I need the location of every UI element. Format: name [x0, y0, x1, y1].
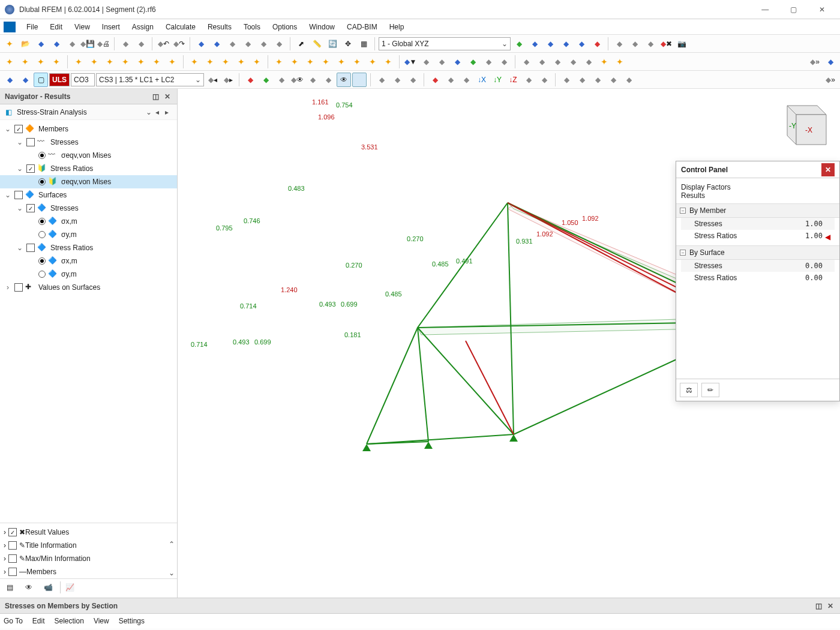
- tree-item[interactable]: 🔷σx,m: [0, 215, 177, 228]
- xxx2-icon[interactable]: [352, 73, 367, 87]
- t2-16-icon[interactable]: [250, 55, 264, 69]
- panel-pin-icon[interactable]: ◫: [151, 92, 160, 101]
- t2-5-icon[interactable]: [71, 55, 86, 69]
- save-icon[interactable]: 💾: [80, 37, 95, 51]
- tree-item[interactable]: 🔷σx,m: [0, 254, 177, 268]
- t2-22-icon[interactable]: [350, 55, 364, 69]
- results-pin-icon[interactable]: ◫: [814, 601, 823, 611]
- combo-select[interactable]: CO3: [71, 73, 95, 86]
- anim4-icon[interactable]: [606, 73, 620, 87]
- t2-15-icon[interactable]: [234, 55, 248, 69]
- cube-icon[interactable]: [481, 55, 496, 69]
- line6-icon[interactable]: [597, 55, 611, 69]
- rmenu-goto[interactable]: Go To: [4, 617, 23, 625]
- box1-icon[interactable]: [419, 55, 433, 69]
- gflag-icon[interactable]: [259, 73, 273, 87]
- t2-17-icon[interactable]: [272, 55, 286, 69]
- tree-item[interactable]: ⌄🔷Stress Ratios: [0, 241, 177, 254]
- palette-icon[interactable]: [823, 55, 838, 69]
- t2-21-icon[interactable]: [334, 55, 349, 69]
- t2-19-icon[interactable]: [303, 55, 317, 69]
- redo-icon[interactable]: ↷: [172, 37, 186, 51]
- overflow2-icon[interactable]: »: [823, 73, 838, 87]
- anim3-icon[interactable]: [590, 73, 605, 87]
- rmenu-edit[interactable]: Edit: [32, 617, 45, 625]
- cp-legend-icon[interactable]: ✏: [701, 383, 719, 397]
- t2-12-icon[interactable]: [187, 55, 202, 69]
- axis3-icon[interactable]: [543, 37, 557, 51]
- lb-3-icon[interactable]: ▢: [34, 73, 48, 87]
- menu-tools[interactable]: Tools: [238, 23, 266, 31]
- table4-icon[interactable]: [272, 37, 286, 51]
- close-button[interactable]: ✕: [809, 1, 835, 18]
- axis6-icon[interactable]: [590, 37, 604, 51]
- block-icon[interactable]: [65, 37, 79, 51]
- cut-icon[interactable]: [612, 37, 626, 51]
- t2-20-icon[interactable]: [319, 55, 333, 69]
- undo-icon[interactable]: ↶: [156, 37, 170, 51]
- t2-11-icon[interactable]: [165, 55, 179, 69]
- rmenu-settings[interactable]: Settings: [119, 617, 145, 625]
- graph-icon[interactable]: [450, 55, 464, 69]
- view-cube[interactable]: -X -Y: [769, 94, 835, 154]
- dir5-icon[interactable]: [537, 73, 551, 87]
- scale1-icon[interactable]: [374, 73, 389, 87]
- t2-10-icon[interactable]: [149, 55, 164, 69]
- tree-item[interactable]: ⌄🔷Surfaces: [0, 188, 177, 202]
- dir-x-icon[interactable]: ↓X: [475, 73, 489, 87]
- rmenu-view[interactable]: View: [94, 617, 109, 625]
- cp-section-member[interactable]: –By Member: [676, 203, 839, 218]
- cp-row-ratios-s[interactable]: Stress Ratios0.00: [681, 272, 835, 284]
- box2-icon[interactable]: [434, 55, 449, 69]
- axis1-icon[interactable]: [512, 37, 526, 51]
- anim5-icon[interactable]: [622, 73, 636, 87]
- axis5-icon[interactable]: [574, 37, 589, 51]
- menu-insert[interactable]: Insert: [96, 23, 126, 31]
- copy-icon[interactable]: [118, 37, 133, 51]
- delete-icon[interactable]: ✖: [659, 37, 673, 51]
- line3-icon[interactable]: [550, 55, 565, 69]
- line1-icon[interactable]: [519, 55, 533, 69]
- table1-icon[interactable]: [194, 37, 208, 51]
- surface-icon[interactable]: [466, 55, 480, 69]
- tree-item[interactable]: 🔷σy,m: [0, 268, 177, 281]
- footer-scroll-down-icon[interactable]: ⌄: [169, 569, 175, 577]
- footer-scroll-up-icon[interactable]: ⌃: [169, 540, 175, 548]
- tree-item[interactable]: ⌄🔶Members: [0, 122, 177, 136]
- navigator-tree[interactable]: ⌄🔶Members⌄〰Stresses〰σeqv,von Mises⌄🔰Stre…: [0, 120, 177, 523]
- cp-row-stresses-m[interactable]: Stresses1.00: [681, 218, 835, 230]
- print-icon[interactable]: 🖨: [96, 37, 110, 51]
- anim-icon[interactable]: [559, 73, 574, 87]
- t2-6-icon[interactable]: [87, 55, 101, 69]
- t2-13-icon[interactable]: [203, 55, 217, 69]
- ax-x-icon[interactable]: [428, 73, 442, 87]
- defo1-icon[interactable]: [305, 73, 320, 87]
- rotate-icon[interactable]: 🔄: [325, 37, 340, 51]
- scale3-icon[interactable]: [406, 73, 420, 87]
- tree-item[interactable]: ›✚Values on Surfaces: [0, 281, 177, 294]
- axis2-icon[interactable]: [527, 37, 542, 51]
- measure-icon[interactable]: 📏: [310, 37, 324, 51]
- xflag-icon[interactable]: [243, 73, 257, 87]
- t2-9-icon[interactable]: [134, 55, 148, 69]
- new-icon[interactable]: [2, 37, 17, 51]
- t2-23-icon[interactable]: [365, 55, 380, 69]
- menu-calculate[interactable]: Calculate: [160, 23, 202, 31]
- menu-options[interactable]: Options: [266, 23, 303, 31]
- table3-icon[interactable]: [225, 37, 239, 51]
- selector-down-icon[interactable]: ⌄: [146, 108, 154, 116]
- camera-icon[interactable]: 📷: [674, 37, 689, 51]
- selector-prev-icon[interactable]: ◂: [155, 108, 164, 116]
- lb-2-icon[interactable]: [18, 73, 32, 87]
- scale2-icon[interactable]: [390, 73, 404, 87]
- cp-row-ratios-m[interactable]: Stress Ratios1.00◀: [681, 230, 835, 242]
- t2-14-icon[interactable]: [218, 55, 233, 69]
- results-close-icon[interactable]: ✕: [826, 601, 835, 611]
- t2-3-icon[interactable]: [34, 55, 48, 69]
- footer-item[interactable]: ›✎Title Information: [0, 539, 177, 552]
- grid-icon[interactable]: ▦: [356, 37, 371, 51]
- pan-icon[interactable]: ✥: [341, 37, 355, 51]
- line2-icon[interactable]: [535, 55, 549, 69]
- console-icon[interactable]: [241, 37, 255, 51]
- maximize-button[interactable]: ▢: [781, 1, 807, 18]
